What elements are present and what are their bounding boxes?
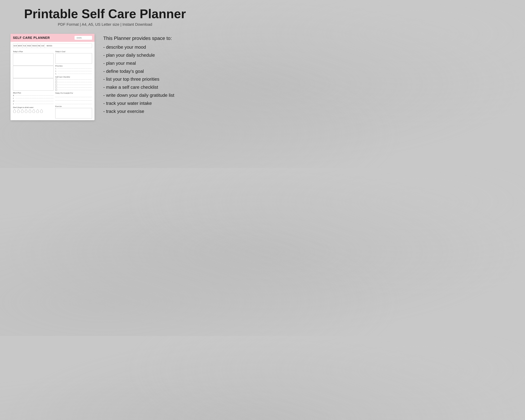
priorities-label: Priorities [55, 65, 92, 67]
day-sat: SAT [41, 44, 45, 48]
exercise-box[interactable] [55, 108, 92, 119]
features-section: This Planner provides space to: - descri… [103, 34, 199, 116]
main-content: SELF CARE PLANNER DATE: SUN MON TUE WED … [10, 34, 199, 120]
checkbox-2[interactable] [55, 81, 57, 83]
feature-item-1: - describe your mood [103, 44, 199, 50]
mood-cell: MOOD: [45, 44, 92, 48]
gratitude-line-2 [55, 98, 92, 101]
water-drop-1 [13, 109, 16, 113]
day-wed: WED [27, 44, 32, 48]
water-label: Don't forget to drink water [13, 106, 54, 108]
priority-3: 3. [55, 73, 92, 75]
page-title: Printable Self Care Planner [10, 7, 199, 21]
checklist-item-1 [55, 79, 92, 80]
water-section: Don't forget to drink water [13, 106, 54, 113]
days-mood-row: SUN MON TUE WED THUR FRI SAT MOOD: [13, 44, 92, 48]
day-fri: FRI [37, 44, 41, 48]
water-drop-2 [17, 109, 20, 113]
water-drop-3 [21, 109, 24, 113]
right-column: Today's Goal Priorities 1. 2. 3. [55, 49, 92, 119]
self-care-checklist-label: Self Care Checklist [55, 76, 92, 78]
days-section: SUN MON TUE WED THUR FRI SAT [13, 44, 45, 48]
water-drop-4 [25, 109, 28, 113]
meal-plan-label: Meal Plan [13, 92, 54, 94]
page-subtitle: PDF Format | A4, A5, US Letter size | In… [10, 22, 199, 27]
plan-box-1[interactable] [13, 53, 54, 65]
meal-snack: S [13, 103, 54, 105]
checkbox-4[interactable] [55, 86, 57, 88]
checkbox-3[interactable] [55, 84, 57, 85]
checklist-item-2 [55, 81, 92, 83]
feature-item-9: - track your exercise [103, 109, 199, 114]
planner-header: SELF CARE PLANNER DATE: [10, 34, 94, 42]
checkbox-1[interactable] [55, 79, 57, 80]
feature-item-3: - plan your meal [103, 60, 199, 66]
planner-card: SELF CARE PLANNER DATE: SUN MON TUE WED … [10, 34, 94, 120]
checkbox-5[interactable] [55, 89, 57, 91]
feature-item-5: - list your top three priorities [103, 76, 199, 82]
planner-card-title: SELF CARE PLANNER [13, 36, 50, 40]
feature-item-7: - write down your daily gratitude list [103, 93, 199, 98]
priority-1: 1. [55, 67, 92, 69]
todays-plan-label: Today's Plan [13, 50, 54, 53]
checklist-item-5 [55, 89, 92, 91]
water-drop-7 [36, 109, 39, 113]
feature-item-8: - track your water intake [103, 101, 199, 106]
plan-box-2[interactable] [13, 66, 54, 78]
day-tue: TUE [22, 44, 27, 48]
day-mon: MON [18, 44, 22, 48]
feature-item-2: - plan your daily schedule [103, 52, 199, 58]
left-column: Today's Plan Meal Plan B L D [13, 49, 54, 119]
water-drop-5 [28, 109, 31, 113]
gratitude-label: Today I'm Grateful For [55, 92, 92, 94]
gratitude-line-1 [55, 95, 92, 97]
meal-dinner: D [13, 100, 54, 102]
checklist-item-4 [55, 86, 92, 88]
planner-body: SUN MON TUE WED THUR FRI SAT MOOD: Today… [10, 42, 94, 120]
feature-item-6: - make a self care checklist [103, 84, 199, 90]
features-intro: This Planner provides space to: [103, 36, 199, 41]
priority-2: 2. [55, 70, 92, 72]
checklist-item-3 [55, 84, 92, 85]
water-drop-6 [32, 109, 35, 113]
meal-breakfast: B [13, 94, 54, 96]
goal-box[interactable] [55, 53, 92, 64]
feature-item-4: - define today's goal [103, 68, 199, 74]
water-drops [13, 109, 54, 113]
two-column-layout: Today's Plan Meal Plan B L D [13, 49, 92, 119]
plan-box-3[interactable] [13, 78, 54, 91]
gratitude-line-3 [55, 102, 92, 104]
meal-lunch: L [13, 97, 54, 99]
exercise-label: Exercise [55, 105, 92, 107]
day-thur: THUR [32, 44, 37, 48]
date-box: DATE: [75, 36, 92, 40]
day-sun: SUN [13, 44, 18, 48]
todays-goal-label: Today's Goal [55, 50, 92, 53]
water-drop-8 [40, 109, 43, 113]
